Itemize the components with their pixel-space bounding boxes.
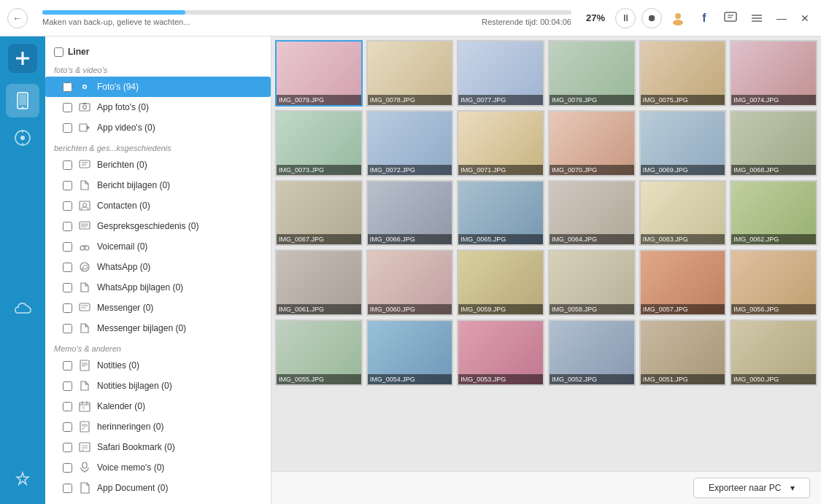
whatsapp-bijlagen-checkbox[interactable] [63,283,72,292]
photo-thumb[interactable]: IMG_0066.JPG [366,180,454,247]
photo-thumb[interactable]: IMG_0062.JPG [730,180,817,247]
photo-thumb[interactable]: IMG_0070.JPG [548,110,636,177]
photo-thumb[interactable]: IMG_0058.JPG [548,249,636,316]
gespreks-checkbox[interactable] [63,222,72,231]
svg-rect-39 [80,303,90,311]
app-document-icon [78,481,91,495]
photo-thumb[interactable]: IMG_0051.JPG [639,319,727,386]
sidebar-item-whatsapp[interactable]: WhatsApp (0) [45,257,271,277]
nav-tools[interactable] [6,463,39,497]
sidebar-item-bericht-bijlagen[interactable]: Bericht bijlagen (0) [45,175,271,195]
svg-rect-21 [80,104,90,111]
photo-thumb[interactable]: IMG_0073.JPG [275,110,363,177]
sidebar-item-gespreks[interactable]: Gespreksgeschiedenis (0) [45,216,271,236]
photo-thumb[interactable]: IMG_0057.JPG [639,249,727,316]
back-button[interactable]: ← [7,8,28,28]
photo-thumb[interactable]: IMG_0071.JPG [457,110,544,177]
kalender-checkbox[interactable] [63,402,72,411]
whatsapp-icon [78,260,91,274]
photo-thumb[interactable]: IMG_0052.JPG [548,319,636,386]
export-button[interactable]: Exporteer naar PC ▾ [693,478,810,498]
app-document-checkbox[interactable] [63,484,72,493]
photo-thumb[interactable]: IMG_0074.JPG [730,40,817,106]
herinneringen-checkbox[interactable] [63,422,72,432]
user-icon[interactable] [668,8,688,28]
photo-thumb[interactable]: IMG_0050.JPG [730,319,817,386]
photo-thumb[interactable]: IMG_0068.JPG [730,110,817,177]
sidebar-item-voicemail[interactable]: Voicemail (0) [45,236,271,257]
sidebar-item-notities-bijlagen[interactable]: Notities bijlagen (0) [45,376,271,396]
photo-label: IMG_0064.JPG [550,234,634,244]
photo-thumb[interactable]: IMG_0053.JPG [457,319,544,386]
photo-thumb[interactable]: IMG_0065.JPG [457,180,544,247]
voicemail-checkbox[interactable] [63,242,72,252]
sidebar-item-voice-memo[interactable]: Voice memo's (0) [45,457,271,478]
svg-rect-23 [82,103,87,104]
sidebar-item-kalender[interactable]: 6 Kalender (0) [45,396,271,416]
messenger-bijlagen-checkbox[interactable] [63,324,72,333]
sidebar-item-herinneringen[interactable]: herinneringen (0) [45,416,271,437]
nav-cloud[interactable] [6,292,39,326]
nav-device[interactable] [6,84,39,117]
chat-icon[interactable] [720,8,741,28]
sidebar-item-whatsapp-bijlagen[interactable]: WhatsApp bijlagen (0) [45,277,271,298]
pause-button[interactable]: ⏸ [615,8,636,28]
sidebar-item-berichten[interactable]: Berichten (0) [45,155,271,175]
contacten-label: Contacten (0) [97,201,262,211]
sidebar-item-messenger-bijlagen[interactable]: Messenger bijlagen (0) [45,318,271,338]
sidebar-item-notities[interactable]: Notities (0) [45,355,271,376]
photo-thumb[interactable]: IMG_0075.JPG [639,40,727,106]
sidebar-item-app-document[interactable]: App Document (0) [45,478,271,498]
stop-button[interactable]: ⏺ [641,8,662,28]
photo-thumb[interactable]: IMG_0056.JPG [730,249,817,316]
bericht-bijlagen-checkbox[interactable] [63,181,72,190]
app-videos-checkbox[interactable] [63,123,72,133]
facebook-icon[interactable]: f [694,8,714,28]
voicemail-icon [78,240,91,253]
app-fotos-checkbox[interactable] [63,103,72,112]
sidebar-item-safari[interactable]: Safari Bookmark (0) [45,437,271,457]
photo-thumb[interactable]: IMG_0060.JPG [366,249,454,316]
svg-point-0 [675,13,681,19]
photo-thumb[interactable]: IMG_0078.JPG [366,40,454,106]
berichten-checkbox[interactable] [63,160,72,170]
minimize-button[interactable]: — [773,9,790,27]
photo-thumb[interactable]: IMG_0063.JPG [639,180,727,247]
voice-memo-checkbox[interactable] [63,463,72,473]
messenger-bijlagen-icon [78,322,91,335]
photo-thumb[interactable]: IMG_0067.JPG [275,180,363,247]
photo-thumb[interactable]: IMG_0055.JPG [275,319,363,386]
whatsapp-bijlagen-icon [78,281,91,294]
photo-thumb[interactable]: IMG_0072.JPG [366,110,454,177]
photo-thumb[interactable]: IMG_0064.JPG [548,180,636,247]
device-checkbox[interactable] [54,47,63,57]
photo-label: IMG_0066.JPG [368,234,452,244]
photo-thumb[interactable]: IMG_0076.JPG [548,40,636,106]
sidebar-item-app-fotos[interactable]: App foto's (0) [45,97,271,117]
whatsapp-checkbox[interactable] [63,263,72,272]
photo-label: IMG_0060.JPG [368,304,452,314]
contacten-checkbox[interactable] [63,201,72,211]
photo-thumb[interactable]: IMG_0079.JPG [275,40,363,106]
nav-music[interactable] [6,121,39,155]
sidebar-item-contacten[interactable]: Contacten (0) [45,195,271,216]
svg-rect-46 [80,403,90,411]
close-button[interactable]: ✕ [796,9,814,27]
bericht-bijlagen-icon [78,179,91,192]
photo-thumb[interactable]: IMG_0077.JPG [457,40,544,106]
sidebar-item-app-videos[interactable]: App video's (0) [45,117,271,138]
whatsapp-bijlagen-label: WhatsApp bijlagen (0) [97,282,262,292]
photo-label: IMG_0079.JPG [277,95,361,105]
messenger-checkbox[interactable] [63,303,72,313]
notities-bijlagen-checkbox[interactable] [63,381,72,391]
sidebar-item-messenger[interactable]: Messenger (0) [45,298,271,318]
photo-thumb[interactable]: IMG_0059.JPG [457,249,544,316]
notities-checkbox[interactable] [63,361,72,371]
photo-thumb[interactable]: IMG_0054.JPG [366,319,454,386]
photo-thumb[interactable]: IMG_0061.JPG [275,249,363,316]
safari-checkbox[interactable] [63,443,72,452]
menu-icon[interactable] [747,8,767,28]
sidebar-item-fotos[interactable]: Foto's (94) [45,77,271,97]
fotos-checkbox[interactable] [63,82,72,92]
photo-thumb[interactable]: IMG_0069.JPG [639,110,727,177]
